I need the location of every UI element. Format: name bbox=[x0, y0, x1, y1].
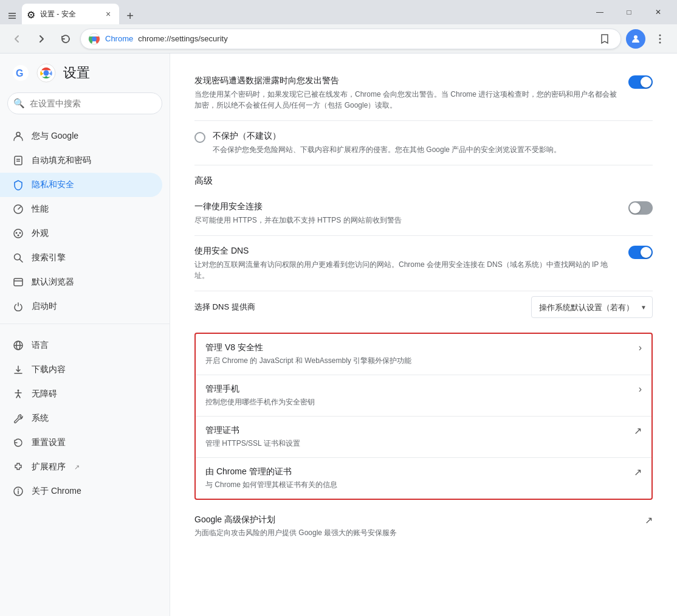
chevron-right-icon: › bbox=[639, 342, 642, 353]
reload-button[interactable] bbox=[56, 29, 75, 49]
safe-dns-info: 使用安全 DNS 让对您的互联网流量有访问权限的用户更难看到您访问的网站。Chr… bbox=[194, 246, 621, 281]
svg-point-18 bbox=[16, 232, 18, 234]
chrome-menu-button[interactable] bbox=[650, 29, 670, 49]
profile-button[interactable] bbox=[626, 29, 645, 49]
forward-button[interactable] bbox=[32, 29, 51, 49]
v8-security-info: 管理 V8 安全性 开启 Chrome 的 JavaScript 和 WebAs… bbox=[205, 342, 631, 366]
no-protection-radio[interactable] bbox=[194, 132, 205, 143]
manage-phone-item[interactable]: 管理手机 控制您使用哪些手机作为安全密钥 › bbox=[196, 375, 651, 417]
sidebar-item-label: 性能 bbox=[32, 204, 49, 215]
tab-title: 设置 - 安全 bbox=[40, 9, 98, 19]
minimize-button[interactable]: — bbox=[586, 4, 614, 21]
password-alert-info: 发现密码遭遇数据泄露时向您发出警告 当您使用某个密码时，如果发现它已被在线发布，… bbox=[194, 75, 621, 111]
sidebar: G 设置 🔍 bbox=[0, 54, 170, 616]
password-alert-control bbox=[628, 75, 653, 89]
bookmark-button[interactable] bbox=[596, 30, 613, 47]
sidebar-item-search[interactable]: 搜索引擎 bbox=[0, 246, 162, 270]
manage-certs-action: ↗ bbox=[627, 425, 642, 437]
manage-phone-action: › bbox=[631, 384, 642, 395]
svg-point-3 bbox=[634, 35, 637, 39]
sidebar-item-system[interactable]: 系统 bbox=[0, 406, 162, 431]
dns-provider-select[interactable]: 操作系统默认设置（若有）自定义 bbox=[531, 296, 653, 318]
settings-search-input[interactable] bbox=[7, 92, 162, 114]
maximize-button[interactable]: □ bbox=[615, 4, 643, 21]
sidebar-item-label: 语言 bbox=[32, 340, 49, 351]
v8-security-item[interactable]: 管理 V8 安全性 开启 Chrome 的 JavaScript 和 WebAs… bbox=[196, 334, 651, 375]
tab-favicon: ⚙ bbox=[27, 9, 36, 19]
https-setting-item: 一律使用安全连接 尽可能使用 HTTPS，并在加载不支持 HTTPS 的网站前收… bbox=[194, 192, 653, 236]
password-alert-toggle[interactable] bbox=[628, 75, 653, 89]
svg-point-4 bbox=[659, 34, 661, 36]
sidebar-item-language[interactable]: 语言 bbox=[0, 333, 162, 358]
search-bar: 🔍 bbox=[7, 92, 162, 114]
sidebar-item-extensions[interactable]: 扩展程序 ↗ bbox=[0, 455, 162, 479]
safe-dns-control bbox=[628, 246, 653, 259]
sidebar-item-about[interactable]: 关于 Chrome bbox=[0, 479, 162, 504]
sidebar-item-label: 关于 Chrome bbox=[32, 486, 81, 497]
address-bar[interactable]: Chrome chrome://settings/security bbox=[80, 29, 621, 49]
svg-point-12 bbox=[16, 133, 20, 136]
google-protection-desc: 为面临定向攻击风险的用户提供 Google 最强大的账号安保服务 bbox=[194, 528, 637, 538]
badge-icon bbox=[12, 154, 24, 167]
password-alert-title: 发现密码遭遇数据泄露时向您发出警告 bbox=[194, 75, 621, 86]
svg-point-5 bbox=[659, 38, 661, 40]
sidebar-item-label: 外观 bbox=[32, 228, 49, 239]
svg-point-17 bbox=[14, 229, 22, 238]
tab-close-button[interactable]: × bbox=[102, 8, 114, 20]
password-alert-desc: 当您使用某个密码时，如果发现它已被在线发布，Chrome 会向您发出警告。当 C… bbox=[194, 89, 621, 111]
safe-dns-toggle[interactable] bbox=[628, 246, 653, 259]
https-desc: 尽可能使用 HTTPS，并在加载不支持 HTTPS 的网站前收到警告 bbox=[194, 215, 621, 226]
sidebar-item-default-browser[interactable]: 默认浏览器 bbox=[0, 270, 162, 294]
content-area: 发现密码遭遇数据泄露时向您发出警告 当您使用某个密码时，如果发现它已被在线发布，… bbox=[170, 54, 677, 616]
chevron-right-icon: › bbox=[639, 384, 642, 395]
sidebar-item-appearance[interactable]: 外观 bbox=[0, 221, 162, 246]
google-protection-item[interactable]: Google 高级保护计划 为面临定向攻击风险的用户提供 Google 最强大的… bbox=[194, 505, 653, 548]
active-tab[interactable]: ⚙ 设置 - 安全 × bbox=[22, 4, 119, 24]
safe-dns-item: 使用安全 DNS 让对您的互联网流量有访问权限的用户更难看到您访问的网站。Chr… bbox=[194, 236, 653, 291]
search-icon bbox=[12, 252, 24, 264]
safe-dns-title: 使用安全 DNS bbox=[194, 246, 621, 257]
back-button[interactable] bbox=[7, 29, 27, 49]
close-button[interactable]: ✕ bbox=[644, 4, 672, 21]
svg-point-19 bbox=[19, 232, 21, 234]
sidebar-item-label: 重置设置 bbox=[32, 437, 66, 448]
new-tab-button[interactable]: + bbox=[122, 7, 139, 24]
manage-certs-title: 管理证书 bbox=[205, 425, 627, 436]
chrome-certs-item[interactable]: 由 Chrome 管理的证书 与 Chrome 如何管理其根证书有关的信息 ↗ bbox=[196, 458, 651, 499]
sidebar-item-accessibility[interactable]: 无障碍 bbox=[0, 382, 162, 406]
https-toggle[interactable] bbox=[628, 201, 653, 215]
highlighted-items-box: 管理 V8 安全性 开启 Chrome 的 JavaScript 和 WebAs… bbox=[194, 333, 653, 500]
sidebar-item-google-account[interactable]: 您与 Google bbox=[0, 124, 162, 148]
sidebar-item-performance[interactable]: 性能 bbox=[0, 197, 162, 221]
sidebar-item-label: 无障碍 bbox=[32, 389, 57, 400]
google-protection-action: ↗ bbox=[637, 514, 653, 526]
external-link-icon: ↗ bbox=[634, 425, 642, 437]
external-link-icon: ↗ bbox=[74, 463, 80, 471]
google-chrome-settings-logo bbox=[36, 63, 56, 83]
window-controls: — □ ✕ bbox=[586, 4, 672, 24]
sidebar-item-privacy[interactable]: 隐私和安全 bbox=[0, 173, 162, 197]
tab-list-button[interactable] bbox=[5, 7, 19, 24]
sidebar-item-downloads[interactable]: 下载内容 bbox=[0, 358, 162, 382]
sidebar-item-reset[interactable]: 重置设置 bbox=[0, 431, 162, 455]
external-link-icon: ↗ bbox=[645, 514, 653, 526]
svg-point-20 bbox=[18, 235, 19, 237]
palette-icon bbox=[12, 227, 24, 240]
sidebar-item-autofill[interactable]: 自动填充和密码 bbox=[0, 148, 162, 173]
navigation-bar: Chrome chrome://settings/security bbox=[0, 24, 677, 54]
download-icon bbox=[12, 364, 24, 376]
dns-provider-label: 选择 DNS 提供商 bbox=[194, 302, 255, 313]
chrome-certs-action: ↗ bbox=[627, 466, 642, 478]
sidebar-item-label: 您与 Google bbox=[32, 131, 78, 142]
svg-point-32 bbox=[18, 489, 19, 490]
dns-provider-row: 选择 DNS 提供商 操作系统默认设置（若有）自定义 bbox=[194, 291, 653, 328]
manage-certs-item[interactable]: 管理证书 管理 HTTPS/SSL 证书和设置 ↗ bbox=[196, 417, 651, 458]
settings-page-title: 设置 bbox=[63, 64, 90, 82]
sidebar-item-label: 启动时 bbox=[32, 301, 57, 312]
svg-line-22 bbox=[20, 260, 23, 263]
v8-security-title: 管理 V8 安全性 bbox=[205, 342, 631, 353]
sidebar-item-startup[interactable]: 启动时 bbox=[0, 294, 162, 319]
chrome-certs-desc: 与 Chrome 如何管理其根证书有关的信息 bbox=[205, 480, 627, 490]
search-icon: 🔍 bbox=[13, 98, 25, 109]
svg-point-11 bbox=[44, 71, 49, 76]
